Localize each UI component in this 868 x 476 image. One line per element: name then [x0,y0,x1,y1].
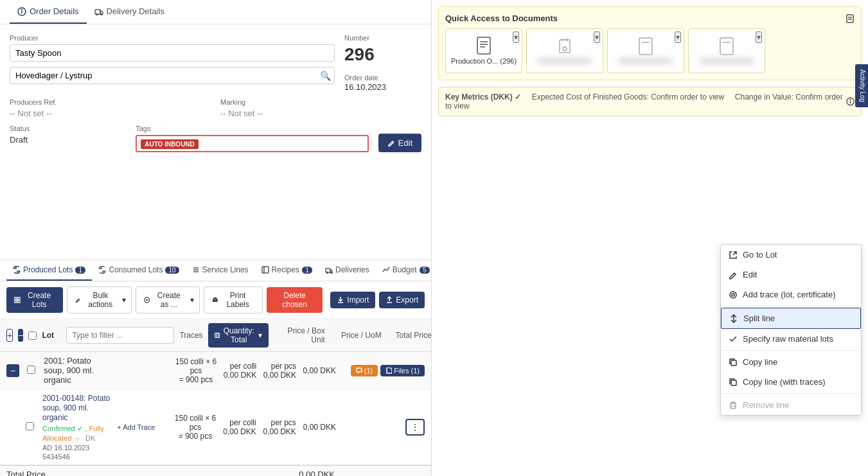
lot-number: 5434546 [42,453,112,461]
metrics-icon [846,97,855,106]
collapse-all-button[interactable]: − [18,329,23,342]
row-checkbox-parent[interactable] [27,366,39,376]
doc-card-4-dropdown[interactable]: ▾ [756,31,762,43]
tab-delivery-details[interactable]: Delivery Details [87,0,172,24]
copy-traces-icon [729,378,738,387]
bulk-actions-chevron: ▾ [122,295,126,304]
doc-card-1-dropdown[interactable]: ▾ [513,31,519,43]
quick-access-title: Quick Access to Documents [445,13,855,23]
menu-specify-raw[interactable]: Specify raw material lots [721,329,861,349]
menu-divider-3 [721,393,861,394]
comment-count: (1) [364,367,373,375]
menu-edit[interactable]: Edit [721,265,861,285]
tab-recipes[interactable]: Recipes 1 [255,260,319,281]
parent-price-box-label: per colli [222,362,256,371]
activity-log-label: Activity Log [859,69,866,102]
menu-add-trace[interactable]: Add trace (lot, certificate) [721,285,861,304]
producer-input[interactable] [10,44,335,62]
activity-log-sidebar[interactable]: Activity Log [855,64,868,107]
menu-copy-line-traces[interactable]: Copy line (with traces) [721,372,861,392]
menu-split-line[interactable]: Split line [721,308,861,329]
doc-card-3-dropdown[interactable]: ▾ [675,31,681,43]
row-collapse-btn[interactable]: − [6,364,22,377]
comment-button[interactable]: (1) [351,365,378,376]
child-qty: 150 colli × 6 pcs = 900 pcs [175,414,217,441]
tab-service-lines[interactable]: Service Lines [186,260,255,281]
add-trace-menu-label: Add trace (lot, certificate) [743,290,836,299]
action-bar: Create Lots Bulk actions ▾ Create as ...… [0,281,431,319]
files-button[interactable]: Files (1) [380,365,425,376]
svg-rect-40 [477,37,490,54]
tab-produced-lots[interactable]: Produced Lots 1 [6,260,92,281]
key-metrics-content: Key Metrics (DKK) ✓ Expected Cost of Fin… [445,93,846,110]
import-button[interactable]: Import [330,292,375,308]
tags-container: AUTO INBOUND [136,135,368,152]
warehouse-tag: DK [85,434,95,442]
goto-lot-label: Go to Lot [743,250,777,260]
create-as-button[interactable]: Create as ... ▾ [136,286,200,313]
lot-filter-input[interactable] [66,327,174,344]
producers-ref-label: Producers Ref. [10,98,211,106]
child-lot-link[interactable]: 2001-00148: Potato soup, 900 ml. organic [42,394,110,422]
info-icon [17,7,26,16]
tags-label: Tags [136,125,368,132]
menu-go-to-lot[interactable]: Go to Lot [721,245,861,265]
svg-point-45 [563,47,567,51]
add-trace-button[interactable]: + Add Trace [117,423,155,431]
bulk-actions-button[interactable]: Bulk actions ▾ [67,286,131,313]
kebab-menu-button[interactable]: ⋮ [405,419,425,436]
doc-card-2-dropdown[interactable]: ▾ [594,31,600,43]
expand-all-button[interactable]: + [6,329,13,342]
print-labels-button[interactable]: Print Labels [204,286,263,313]
warehouse-input[interactable] [10,67,335,84]
doc-card-4: ▾ [688,28,765,73]
svg-rect-29 [214,300,217,301]
context-menu: Go to Lot Edit Add trace (lot, certifica… [720,244,862,416]
menu-divider-1 [721,306,861,306]
order-date-value: 16.10.2023 [344,82,421,92]
doc-card-2-name [538,58,592,64]
repeat-icon-1 [13,266,21,274]
doc-card-4-name [700,58,754,64]
edit-icon [387,139,395,147]
edit-button[interactable]: Edit [378,134,421,152]
repeat-icon-2 [98,266,106,274]
parent-lot-name: 2001: Potato soup, 900 ml. organic [44,356,113,385]
select-all-checkbox[interactable] [28,331,37,340]
grid-icon [14,296,21,304]
create-lots-button[interactable]: Create Lots [6,287,63,313]
tab-order-details[interactable]: Order Details [10,0,87,24]
produced-lots-badge: 1 [75,267,85,274]
print-icon [212,296,218,304]
svg-rect-37 [847,15,853,22]
tab-deliveries[interactable]: Deliveries [319,260,376,281]
specify-raw-label: Specify raw material lots [743,334,833,344]
service-lines-label: Service Lines [202,265,249,274]
delete-chosen-button[interactable]: Delete chosen [267,287,323,313]
row-checkbox-child[interactable] [26,422,37,432]
budget-badge: 5 [420,267,430,274]
svg-rect-9 [262,267,269,273]
recipes-label: Recipes [272,265,299,274]
quantity-total-button[interactable]: Quantity: Total ▾ [208,323,269,348]
qty-chevron: ▾ [258,331,262,340]
number-label: Number [344,34,421,42]
tab-consumed-lots[interactable]: Consumed Lots 10 [92,260,185,281]
menu-remove-line[interactable]: Remove line [721,395,861,415]
create-lots-label: Create Lots [23,291,56,309]
doc-card-3: ▾ [607,28,684,73]
copy-icon [729,358,738,367]
file-icon [385,367,392,374]
order-number: 296 [344,44,421,65]
tab-budget[interactable]: Budget 5 [376,260,431,281]
parent-total: 0,00 DKK [301,366,336,375]
child-total: 0,00 DKK [301,423,336,432]
table-area: + − Lot Traces Quantity: Total ▾ Price /… [0,319,431,476]
export-button[interactable]: Export [379,292,425,308]
child-traces: + Add Trace [117,423,169,431]
budget-label: Budget [393,265,417,274]
book-icon [261,266,269,274]
menu-copy-line[interactable]: Copy line [721,352,861,372]
qty-icon [215,331,220,339]
minus-icon[interactable]: − [6,364,19,377]
